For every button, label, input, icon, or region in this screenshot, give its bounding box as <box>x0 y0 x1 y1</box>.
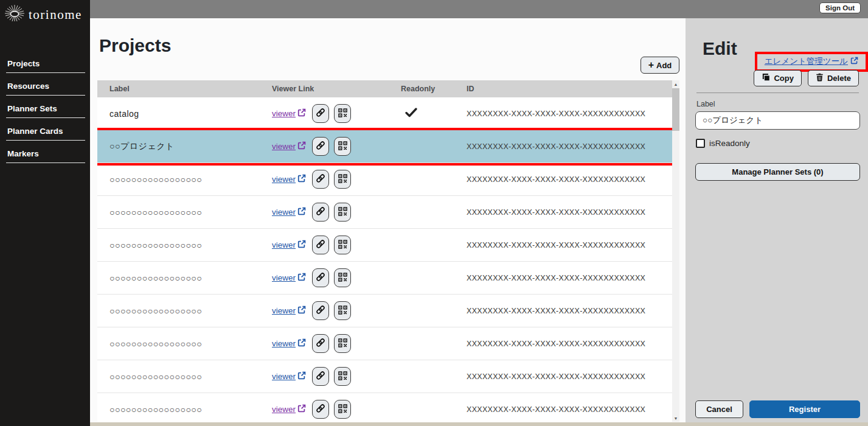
qr-code-button[interactable] <box>334 104 351 123</box>
manage-planner-sets-button[interactable]: Manage Planner Sets (0) <box>695 163 860 181</box>
viewer-link-text: viewer <box>272 208 296 217</box>
sidebar-item-projects[interactable]: Projects <box>6 57 85 73</box>
external-link-icon <box>297 207 306 217</box>
table-row[interactable]: ○○○○○○○○○○○○○○○○○ viewer <box>97 229 672 262</box>
element-management-tool-link[interactable]: エレメント管理ツール <box>765 56 858 67</box>
qr-code-button[interactable] <box>334 301 351 320</box>
qr-code-button[interactable] <box>334 170 351 189</box>
qr-code-button[interactable] <box>334 137 351 156</box>
copy-button-label: Copy <box>774 74 794 83</box>
link-icon <box>316 338 325 349</box>
label-input[interactable] <box>695 111 860 130</box>
table-row[interactable]: ○○○○○○○○○○○○○○○○○ viewer <box>97 163 672 196</box>
fan-burst-icon <box>4 4 26 25</box>
table-row[interactable]: ○○○○○○○○○○○○○○○○○ viewer <box>97 360 672 393</box>
row-id: XXXXXXXX-XXXX-XXXX-XXXX-XXXXXXXXXXXX <box>467 405 672 414</box>
row-label: ○○プロジェクト <box>97 141 272 152</box>
viewer-link-text: viewer <box>272 240 296 250</box>
qr-code-button[interactable] <box>334 367 351 386</box>
viewer-link-text: viewer <box>272 175 296 184</box>
table-row[interactable]: ○○○○○○○○○○○○○○○○○ viewer <box>97 262 672 295</box>
plus-icon: + <box>648 60 654 70</box>
copy-viewer-url-button[interactable] <box>312 301 329 320</box>
edit-panel: Edit エレメント管理ツール Copy <box>686 18 868 426</box>
table-row[interactable]: ○○○○○○○○○○○○○○○○○ viewer <box>97 196 672 229</box>
scrollbar-up-arrow[interactable]: ▲ <box>672 80 679 88</box>
qr-code-icon <box>338 404 347 415</box>
copy-viewer-url-button[interactable] <box>312 334 329 353</box>
copy-viewer-url-button[interactable] <box>312 170 329 189</box>
viewer-link[interactable]: viewer <box>272 338 306 349</box>
delete-button-label: Delete <box>827 74 851 83</box>
topbar: Sign Out <box>90 0 868 18</box>
column-header-id: ID <box>467 85 672 93</box>
copy-viewer-url-button[interactable] <box>312 236 329 254</box>
viewer-link[interactable]: viewer <box>272 108 306 119</box>
viewer-link-text: viewer <box>272 142 296 151</box>
row-id: XXXXXXXX-XXXX-XXXX-XXXX-XXXXXXXXXXXX <box>467 307 672 315</box>
copy-viewer-url-button[interactable] <box>312 203 329 222</box>
row-label: ○○○○○○○○○○○○○○○○○ <box>97 208 272 217</box>
row-viewer-cell: viewer <box>272 400 401 419</box>
viewer-link[interactable]: viewer <box>272 404 306 414</box>
isreadonly-label: isReadonly <box>709 139 750 148</box>
sidebar-item-resources[interactable]: Resources <box>6 79 85 96</box>
link-icon <box>316 371 325 382</box>
isreadonly-checkbox[interactable] <box>696 139 705 148</box>
copy-viewer-url-button[interactable] <box>312 137 329 156</box>
link-icon <box>316 239 325 251</box>
viewer-link[interactable]: viewer <box>272 174 306 184</box>
table-row[interactable]: ○○○○○○○○○○○○○○○○○ viewer <box>97 393 672 422</box>
qr-code-icon <box>338 306 347 316</box>
add-button[interactable]: + Add <box>641 57 679 74</box>
table-scrollbar[interactable]: ▲ ▼ <box>672 80 679 422</box>
viewer-link[interactable]: viewer <box>272 273 306 283</box>
viewer-link[interactable]: viewer <box>272 240 306 250</box>
table-row[interactable]: ○○プロジェクト viewer <box>97 130 672 163</box>
sidebar-nav: Projects Resources Planner Sets Planner … <box>0 57 90 163</box>
cancel-button[interactable]: Cancel <box>695 400 743 418</box>
copy-viewer-url-button[interactable] <box>312 104 329 123</box>
copy-viewer-url-button[interactable] <box>312 268 329 287</box>
external-link-icon <box>297 174 306 184</box>
row-viewer-cell: viewer <box>272 104 401 123</box>
table-row[interactable]: ○○○○○○○○○○○○○○○○○ viewer <box>97 295 672 327</box>
add-button-label: Add <box>656 61 672 70</box>
tool-link-highlight-box: エレメント管理ツール <box>755 52 868 72</box>
qr-code-button[interactable] <box>334 334 351 353</box>
panel-divider <box>696 93 859 93</box>
delete-button[interactable]: Delete <box>808 70 859 86</box>
row-viewer-cell: viewer <box>272 236 401 254</box>
row-id: XXXXXXXX-XXXX-XXXX-XXXX-XXXXXXXXXXXX <box>467 110 672 118</box>
viewer-link[interactable]: viewer <box>272 141 306 152</box>
link-icon <box>316 141 325 152</box>
row-viewer-cell: viewer <box>272 334 401 353</box>
sidebar-item-planner-cards[interactable]: Planner Cards <box>6 124 85 141</box>
row-viewer-cell: viewer <box>272 170 401 189</box>
external-link-icon <box>297 306 306 316</box>
viewer-link[interactable]: viewer <box>272 207 306 217</box>
table-row[interactable]: ○○○○○○○○○○○○○○○○○ viewer <box>97 327 672 360</box>
register-button[interactable]: Register <box>749 400 860 418</box>
table-row[interactable]: catalog viewer <box>97 97 672 130</box>
row-label: catalog <box>97 109 272 119</box>
copy-button[interactable]: Copy <box>754 70 802 86</box>
viewer-link[interactable]: viewer <box>272 371 306 382</box>
sidebar-item-planner-sets[interactable]: Planner Sets <box>6 102 85 118</box>
copy-viewer-url-button[interactable] <box>312 367 329 386</box>
copy-viewer-url-button[interactable] <box>312 400 329 419</box>
sidebar-item-markers[interactable]: Markers <box>6 147 85 163</box>
row-label: ○○○○○○○○○○○○○○○○○ <box>97 175 272 184</box>
row-id: XXXXXXXX-XXXX-XXXX-XXXX-XXXXXXXXXXXX <box>467 208 672 217</box>
main-content: Projects + Add Label Viewer Link Readonl… <box>90 18 686 426</box>
qr-code-button[interactable] <box>334 400 351 419</box>
viewer-link[interactable]: viewer <box>272 306 306 316</box>
qr-code-button[interactable] <box>334 203 351 222</box>
sign-out-button[interactable]: Sign Out <box>819 2 861 13</box>
scrollbar-thumb[interactable] <box>672 88 679 131</box>
qr-code-button[interactable] <box>334 236 351 254</box>
row-label: ○○○○○○○○○○○○○○○○○ <box>97 306 272 316</box>
scrollbar-down-arrow[interactable]: ▼ <box>672 414 679 422</box>
external-link-icon <box>850 57 858 66</box>
qr-code-button[interactable] <box>334 268 351 287</box>
